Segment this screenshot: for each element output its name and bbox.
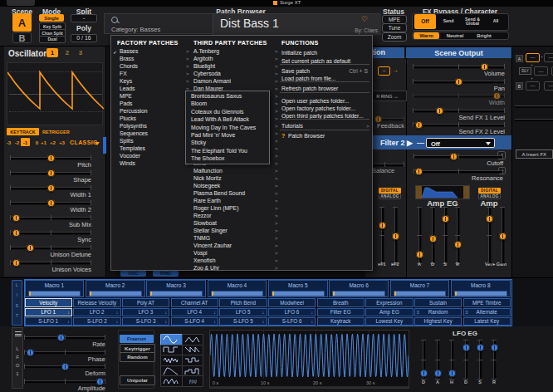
factory-item-plucks[interactable]: Plucks>	[112, 115, 191, 123]
mod-source-keytrack[interactable]: Keytrack	[317, 317, 365, 326]
octave-3-button[interactable]: -3	[5, 138, 12, 146]
fx-slot-a2[interactable]: —	[544, 53, 553, 62]
arrow-down-icon[interactable]: ↓	[67, 310, 70, 315]
keytrack-toggle[interactable]: KEYTRACK	[7, 128, 39, 135]
menu-lines-icon[interactable]	[15, 331, 22, 332]
osc-tab-1[interactable]: 1	[46, 48, 58, 57]
slider-handle[interactable]	[448, 370, 456, 377]
factory-item-templates[interactable]: Templates>	[112, 145, 191, 153]
osc-type-select[interactable]: CLASSIC	[70, 140, 98, 145]
function-patch-browser[interactable]: ?Patch Browser	[280, 133, 369, 140]
amp-vslider-7[interactable]	[498, 207, 507, 264]
arrow-down-icon[interactable]: ↓	[213, 310, 216, 315]
fx-slot-dly1[interactable]: —	[534, 66, 548, 76]
chevron-down-icon[interactable]	[486, 142, 491, 145]
fx-send-slider[interactable]	[515, 105, 553, 108]
slider-handle[interactable]	[420, 370, 428, 377]
fx-slot-b2[interactable]: —	[544, 81, 553, 91]
lfo-eg-vslider-1[interactable]	[433, 340, 443, 380]
slider-handle[interactable]	[434, 370, 442, 377]
macro-6-cell[interactable]: Macro 6	[329, 280, 389, 297]
third-party-item-nick-moritz[interactable]: Nick Moritz>	[192, 175, 278, 183]
mod-list-tab[interactable]: LIST	[12, 280, 22, 326]
arrow-down-icon[interactable]: ↓	[164, 310, 167, 315]
menu-lines-icon[interactable]	[15, 334, 22, 335]
status-zoom-button[interactable]: Zoom	[382, 32, 407, 42]
mod-source-lfo-3[interactable]: LFO 3↓	[122, 308, 169, 316]
search-icon[interactable]	[111, 17, 118, 23]
lfo-shape-mseg[interactable]	[160, 375, 183, 387]
mpe-patch-the-shoebox[interactable]: The Shoebox	[187, 155, 267, 163]
amp-vslider-0[interactable]	[378, 207, 387, 264]
slider-handle[interactable]	[416, 251, 423, 258]
mod-source-s-lfo-1[interactable]: S-LFO 1↓	[25, 317, 72, 326]
osc-tab-2[interactable]: 2	[61, 48, 73, 57]
third-party-item-vincent-zauhar[interactable]: Vincent Zauhar>	[192, 243, 278, 250]
mod-source-lfo-6[interactable]: LFO 6↓	[268, 308, 316, 316]
mod-source-s-lfo-6[interactable]: S-LFO 6↓	[268, 317, 316, 326]
mod-source-lfo-5[interactable]: LFO 5↓	[219, 308, 267, 316]
function-open-user-patches-folder[interactable]: Open user patches folder...	[280, 98, 369, 105]
mod-source-pitch-bend[interactable]: Pitch Bend	[219, 298, 267, 307]
lfo-waveform-display[interactable]: 0 s10 s20 s30 s	[209, 330, 409, 389]
third-party-item-zoo-uhr[interactable]: Zoo & Uhr>	[192, 265, 278, 272]
mod-source-release-velocity[interactable]: Release Velocity	[73, 298, 120, 307]
favorite-heart-icon[interactable]: ♡	[361, 15, 368, 23]
amp-vslider-6[interactable]	[485, 207, 494, 264]
mpe-patch-brontosaurus-saxus[interactable]: Brontosaurus Saxus	[187, 93, 267, 100]
lfo-shape-triangle[interactable]	[182, 334, 204, 345]
menu-lines-icon[interactable]	[15, 336, 22, 336]
arrow-down-icon[interactable]: ↓	[311, 310, 313, 315]
mod-source-lfo-2[interactable]: LFO 2↓	[73, 308, 120, 316]
osc-fm-routing[interactable]: R RING ↔	[368, 91, 407, 101]
lfo-unipolar-button[interactable]: Unipolar	[120, 375, 155, 385]
mixer-tab-ring[interactable]: RING	[153, 270, 179, 277]
patch-name[interactable]: Dist Bass 1	[220, 17, 279, 30]
third-party-item-malfunction[interactable]: Malfunction>	[192, 168, 278, 175]
arrow-down-icon[interactable]: ↓	[116, 310, 119, 315]
third-party-item-damon-armani[interactable]: Damon Armani>	[192, 78, 278, 86]
fx-bypass-send-global-button[interactable]: Send & Global	[461, 14, 484, 29]
lfo-eg-vslider-5[interactable]	[490, 340, 499, 380]
fx-bypass-all-button[interactable]: All	[486, 14, 506, 29]
third-party-item-stellar-singer[interactable]: Stellar Singer>	[192, 228, 278, 235]
factory-item-keys[interactable]: Keys>	[112, 78, 191, 86]
octave-3-button[interactable]: +3	[58, 138, 66, 146]
mod-source-latest-key[interactable]: Latest Key	[463, 317, 511, 326]
third-party-item-roger-linn-mpe[interactable]: Roger Linn (MPE)>	[192, 205, 278, 213]
status-tune-button[interactable]: Tune	[382, 23, 407, 32]
arrow-down-icon[interactable]: ↓	[262, 310, 265, 315]
macro-1-cell[interactable]: Macro 1	[25, 280, 85, 297]
oscillator-waveform-display[interactable]	[7, 62, 103, 125]
slider-handle[interactable]	[379, 222, 386, 229]
wave-scrollbar[interactable]	[210, 386, 409, 388]
mode-dual-button[interactable]: Dual	[39, 36, 66, 44]
arrow-down-icon[interactable]: ↓	[116, 319, 119, 324]
mod-source-breath[interactable]: Breath	[317, 298, 365, 307]
slider-handle[interactable]	[477, 344, 484, 351]
mod-source-channel-at[interactable]: Channel AT	[171, 298, 218, 307]
mod-source-highest-key[interactable]: Highest Key	[414, 317, 462, 326]
arrow-down-icon[interactable]: ↓	[213, 319, 216, 324]
amp-vslider-1[interactable]	[391, 207, 400, 264]
arrow-down-icon[interactable]: ↓	[262, 319, 265, 324]
lfo-shape-noise[interactable]	[160, 355, 183, 366]
macro-4-cell[interactable]: Macro 4	[208, 280, 267, 297]
mixer-tab-osc[interactable]: OSC	[120, 270, 146, 277]
mod-source-expression[interactable]: Expression	[365, 298, 413, 307]
macro-value-bar[interactable]	[149, 291, 203, 297]
arrow-down-icon[interactable]: ↓	[67, 319, 70, 324]
function-save-patch[interactable]: Save patchCtrl + S	[280, 68, 369, 76]
third-party-item-slowboat[interactable]: Slowboat>	[192, 220, 278, 228]
slider-handle[interactable]	[442, 215, 449, 223]
lfo-shape-sine[interactable]	[160, 334, 183, 345]
fx-slot-b1[interactable]: —	[526, 81, 540, 91]
third-party-item-cybersoda[interactable]: Cybersoda>	[192, 71, 278, 78]
third-party-item-bluelight[interactable]: Bluelight>	[192, 63, 278, 71]
third-party-item-tnmg[interactable]: TNMG>	[192, 235, 278, 243]
lfo-eg-vslider-0[interactable]	[419, 340, 428, 380]
factory-item-sequences[interactable]: Sequences>	[112, 130, 191, 138]
macro-value-bar[interactable]	[211, 291, 264, 297]
function-open-factory-patches-folder[interactable]: Open factory patches folder...	[280, 105, 369, 113]
mod-source-random[interactable]: Random≡	[414, 308, 462, 316]
